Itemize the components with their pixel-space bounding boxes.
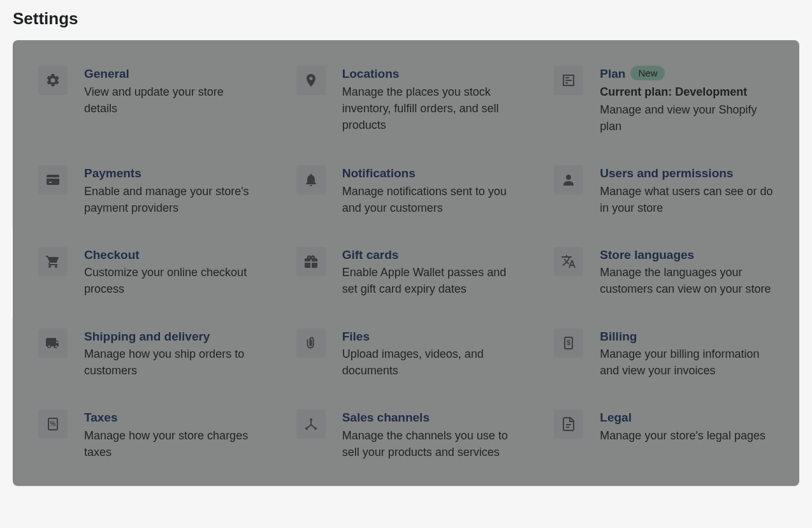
card-title[interactable]: General [84,66,129,82]
general-icon [38,66,68,95]
card-description: Manage how your store charges taxes [84,427,258,460]
card-description: Manage notifications sent to you and you… [342,183,516,216]
card-description: Manage and view your Shopify plan [600,101,774,135]
card-title[interactable]: Gift cards [342,247,399,263]
users-icon [554,165,583,194]
checkout-icon [38,247,68,276]
settings-card-legal[interactable]: LegalManage your store's legal pages [554,409,774,460]
card-title[interactable]: Plan [600,66,625,82]
page-title: Settings [13,9,799,29]
card-description: Manage the places you stock inventory, f… [342,84,516,133]
settings-panel: GeneralView and update your store detail… [13,40,799,486]
plan-icon [554,66,583,95]
card-body: LocationsManage the places you stock inv… [342,66,516,133]
card-description: Manage your billing information and view… [600,346,774,379]
card-body: PaymentsEnable and manage your store's p… [84,165,258,216]
settings-card-taxes[interactable]: TaxesManage how your store charges taxes [38,409,258,460]
settings-card-billing[interactable]: BillingManage your billing information a… [554,328,774,379]
card-description: Enable Apple Wallet passes and set gift … [342,264,516,297]
card-body: Sales channelsManage the channels you us… [342,409,516,460]
card-description: Manage the languages your customers can … [600,264,774,297]
languages-icon [554,247,583,276]
card-description: Manage how you ship orders to customers [84,346,258,379]
payments-icon [38,165,68,194]
files-icon [296,328,326,358]
settings-card-saleschannels[interactable]: Sales channelsManage the channels you us… [296,409,516,460]
locations-icon [296,66,326,95]
shipping-icon [38,328,68,358]
settings-card-payments[interactable]: PaymentsEnable and manage your store's p… [38,165,258,216]
card-title[interactable]: Notifications [342,165,416,182]
settings-card-giftcards[interactable]: Gift cardsEnable Apple Wallet passes and… [296,247,516,298]
card-description: View and update your store details [84,84,258,117]
notifications-icon [296,165,326,194]
card-body: Gift cardsEnable Apple Wallet passes and… [342,247,516,298]
card-body: LegalManage your store's legal pages [600,409,774,444]
billing-icon [554,328,583,358]
card-title[interactable]: Sales channels [342,409,430,426]
settings-card-shipping[interactable]: Shipping and deliveryManage how you ship… [38,328,258,379]
card-body: Shipping and deliveryManage how you ship… [84,328,258,379]
card-title[interactable]: Locations [342,66,400,82]
card-title[interactable]: Taxes [84,409,117,426]
badge-new: New [630,66,665,80]
card-description: Manage your store's legal pages [600,427,774,444]
card-title[interactable]: Payments [84,165,141,182]
settings-card-general[interactable]: GeneralView and update your store detail… [38,66,258,135]
card-title[interactable]: Users and permissions [600,165,733,182]
card-body: NotificationsManage notifications sent t… [342,165,516,216]
settings-card-users[interactable]: Users and permissionsManage what users c… [554,165,774,216]
card-title[interactable]: Checkout [84,247,140,263]
taxes-icon [38,409,68,439]
card-description: Manage what users can see or do in your … [600,183,774,216]
card-extra: Current plan: Development [600,84,774,100]
settings-card-plan[interactable]: PlanNewCurrent plan: DevelopmentManage a… [554,66,774,135]
card-body: TaxesManage how your store charges taxes [84,409,258,460]
card-description: Manage the channels you use to sell your… [342,427,516,460]
card-body: GeneralView and update your store detail… [84,66,258,117]
settings-card-locations[interactable]: LocationsManage the places you stock inv… [296,66,516,135]
settings-card-checkout[interactable]: CheckoutCustomize your online checkout p… [38,247,258,298]
saleschannels-icon [296,409,326,439]
card-body: BillingManage your billing information a… [600,328,774,379]
giftcards-icon [296,247,326,276]
card-body: FilesUpload images, videos, and document… [342,328,516,379]
card-title[interactable]: Billing [600,328,637,345]
card-body: PlanNewCurrent plan: DevelopmentManage a… [600,66,774,135]
card-body: Store languagesManage the languages your… [600,247,774,298]
card-title[interactable]: Legal [600,409,632,426]
card-description: Customize your online checkout process [84,264,258,297]
card-title[interactable]: Files [342,328,370,345]
card-body: CheckoutCustomize your online checkout p… [84,247,258,298]
settings-card-languages[interactable]: Store languagesManage the languages your… [554,247,774,298]
legal-icon [554,409,583,439]
card-title[interactable]: Store languages [600,247,694,263]
card-description: Upload images, videos, and documents [342,346,516,379]
card-body: Users and permissionsManage what users c… [600,165,774,216]
settings-card-notifications[interactable]: NotificationsManage notifications sent t… [296,165,516,216]
settings-card-files[interactable]: FilesUpload images, videos, and document… [296,328,516,379]
card-description: Enable and manage your store's payment p… [84,183,258,216]
card-title[interactable]: Shipping and delivery [84,328,210,345]
